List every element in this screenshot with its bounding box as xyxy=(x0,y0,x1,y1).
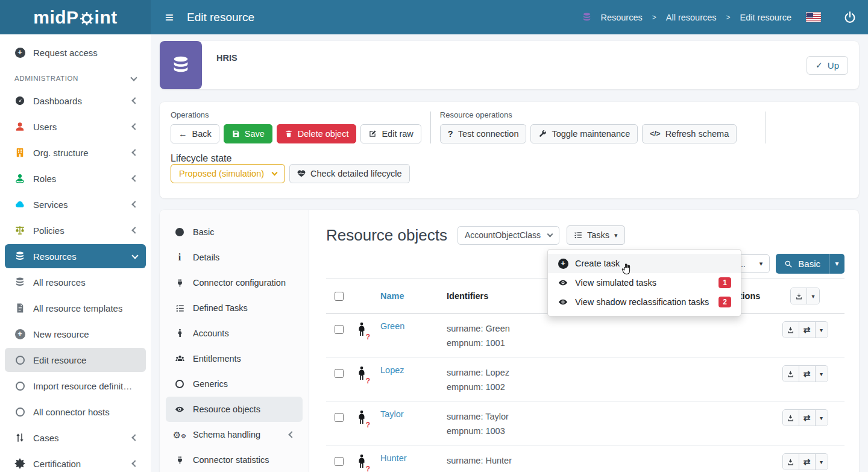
tab-connector-statistics[interactable]: Connector statistics xyxy=(166,447,303,472)
check-detailed-lifecycle-button[interactable]: Check detailed lifecycle xyxy=(289,164,410,183)
identifier-empnum: empnum: 1002 xyxy=(447,380,674,394)
case-arrows-icon xyxy=(14,432,25,443)
chevron-down-icon xyxy=(131,252,138,259)
exchange-icon[interactable]: ⇄ xyxy=(799,454,816,470)
sidebar-item-all-resources[interactable]: All resources xyxy=(5,270,146,294)
breadcrumb-edit-resource[interactable]: Edit resource xyxy=(740,13,791,22)
breadcrumb-all-resources[interactable]: All resources xyxy=(666,13,717,22)
sidebar-item-all-resource-templates[interactable]: All resource templates xyxy=(5,296,146,320)
sidebar-item-import-resource-definition[interactable]: Import resource definit… xyxy=(5,374,146,398)
shadow-person-icon: ? xyxy=(355,418,368,428)
users-group-icon xyxy=(174,353,185,364)
row-checkbox[interactable] xyxy=(335,457,344,466)
file-icon xyxy=(14,303,25,313)
breadcrumb-resources[interactable]: Resources xyxy=(600,13,642,22)
download-icon[interactable] xyxy=(791,288,807,304)
search-basic-button[interactable]: Basic xyxy=(776,254,829,274)
menu-item-create-task[interactable]: + Create task xyxy=(548,254,741,273)
sidebar-item-edit-resource[interactable]: Edit resource xyxy=(5,348,146,372)
sidebar-item-policies[interactable]: Policies xyxy=(5,218,146,242)
download-icon[interactable] xyxy=(783,366,799,382)
sidebar-item-services[interactable]: Services xyxy=(5,192,146,216)
row-checkbox[interactable] xyxy=(335,369,344,378)
tab-basic[interactable]: Basic xyxy=(166,219,303,245)
tasks-dropdown-button[interactable]: Tasks ▾ xyxy=(567,225,625,245)
download-icon[interactable] xyxy=(783,410,799,426)
lifecycle-state-select[interactable]: Proposed (simulation) xyxy=(171,164,285,183)
save-icon xyxy=(231,130,240,138)
locale-flag-us[interactable] xyxy=(806,12,821,22)
menu-item-view-simulated-tasks[interactable]: View simulated tasks 1 xyxy=(548,273,741,292)
tab-resource-objects[interactable]: Resource objects xyxy=(166,397,303,422)
wrench-icon xyxy=(538,130,547,138)
sidebar-item-cases[interactable]: Cases xyxy=(5,426,146,450)
sidebar-item-new-resource[interactable]: + New resource xyxy=(5,322,146,346)
toggle-maintenance-button[interactable]: Toggle maintenance xyxy=(530,124,638,143)
tab-connector-configuration[interactable]: Connector configuration xyxy=(166,270,303,295)
shadow-person-icon: ? xyxy=(355,374,368,384)
tab-defined-tasks[interactable]: Defined Tasks xyxy=(166,295,303,321)
resource-database-icon xyxy=(160,41,202,89)
save-button[interactable]: Save xyxy=(224,124,272,143)
check-icon: ✓ xyxy=(816,60,823,70)
tab-details[interactable]: iDetails xyxy=(166,245,303,270)
sidebar: + Request access ADMINISTRATION Dashboar… xyxy=(0,34,151,472)
caret-down-icon[interactable]: ▾ xyxy=(816,366,828,382)
tab-schema-handling[interactable]: ⚙⚙Schema handling xyxy=(166,422,303,447)
building-icon xyxy=(14,147,25,158)
sidebar-toggle-icon[interactable]: ≡ xyxy=(165,10,174,25)
sidebar-item-org-structure[interactable]: Org. structure xyxy=(5,140,146,165)
sidebar-item-all-connector-hosts[interactable]: All connector hosts xyxy=(5,400,146,424)
sidebar-section-administration[interactable]: ADMINISTRATION xyxy=(5,68,146,89)
operations-group: Operations ←Back Save Delete object Edit… xyxy=(171,110,421,143)
tab-entitlements[interactable]: Entitlements xyxy=(166,346,303,371)
shadow-person-icon: ? xyxy=(355,462,368,472)
download-icon[interactable] xyxy=(783,322,799,338)
circle-outline-icon xyxy=(14,354,25,365)
logout-power-icon[interactable] xyxy=(843,10,857,25)
panel-title: Resource objects xyxy=(326,226,447,245)
tab-accounts[interactable]: Accounts xyxy=(166,321,303,346)
download-icon[interactable] xyxy=(783,454,799,470)
delete-object-button[interactable]: Delete object xyxy=(277,124,357,143)
chevron-down-icon xyxy=(130,74,137,81)
sidebar-item-users[interactable]: Users xyxy=(5,115,146,139)
exchange-icon[interactable]: ⇄ xyxy=(799,366,816,382)
caret-down-icon[interactable]: ▾ xyxy=(816,454,828,470)
plus-circle-icon: + xyxy=(558,258,568,269)
mouse-cursor-hand xyxy=(620,263,632,276)
tasks-dropdown-menu: + Create task View simulated tasks 1 Vie… xyxy=(547,249,741,316)
row-checkbox[interactable] xyxy=(335,325,344,334)
object-name-link[interactable]: Taylor xyxy=(380,409,404,419)
exchange-icon[interactable]: ⇄ xyxy=(799,410,816,426)
plug-icon xyxy=(174,455,185,465)
edit-raw-button[interactable]: Edit raw xyxy=(360,124,421,143)
eye-icon xyxy=(558,277,568,288)
select-all-checkbox[interactable] xyxy=(335,292,344,301)
exchange-icon[interactable]: ⇄ xyxy=(799,322,816,338)
sidebar-item-resources[interactable]: Resources xyxy=(5,244,146,268)
caret-down-icon[interactable]: ▾ xyxy=(816,410,828,426)
column-header-name[interactable]: Name xyxy=(378,278,444,314)
tab-generics[interactable]: Generics xyxy=(166,371,303,397)
sidebar-item-certification[interactable]: Certification xyxy=(5,452,146,472)
search-mode-caret[interactable]: ▼ xyxy=(829,254,844,274)
object-name-link[interactable]: Green xyxy=(380,321,404,331)
caret-down-icon[interactable]: ▾ xyxy=(816,322,828,338)
refresh-schema-button[interactable]: </>Refresh schema xyxy=(642,124,737,143)
identifier-empnum: empnum: 1001 xyxy=(447,336,674,350)
resource-status-up-button[interactable]: ✓ Up xyxy=(807,56,848,75)
row-checkbox[interactable] xyxy=(335,413,344,422)
sidebar-item-roles[interactable]: Roles xyxy=(5,166,146,190)
object-class-select[interactable]: AccountObjectClass xyxy=(458,226,559,245)
caret-down-icon[interactable]: ▾ xyxy=(807,288,819,304)
object-name-link[interactable]: Lopez xyxy=(380,365,404,375)
sidebar-item-request-access[interactable]: + Request access xyxy=(5,40,146,65)
menu-item-view-shadow-reclassification-tasks[interactable]: View shadow reclassification tasks 2 xyxy=(548,292,741,312)
back-button[interactable]: ←Back xyxy=(171,124,219,143)
test-connection-button[interactable]: ?Test connection xyxy=(440,124,527,143)
sidebar-item-dashboards[interactable]: Dashboards xyxy=(5,89,146,113)
object-name-link[interactable]: Hunter xyxy=(380,453,407,463)
info-icon: i xyxy=(174,252,185,263)
brand-logo[interactable]: midPint xyxy=(0,0,151,34)
